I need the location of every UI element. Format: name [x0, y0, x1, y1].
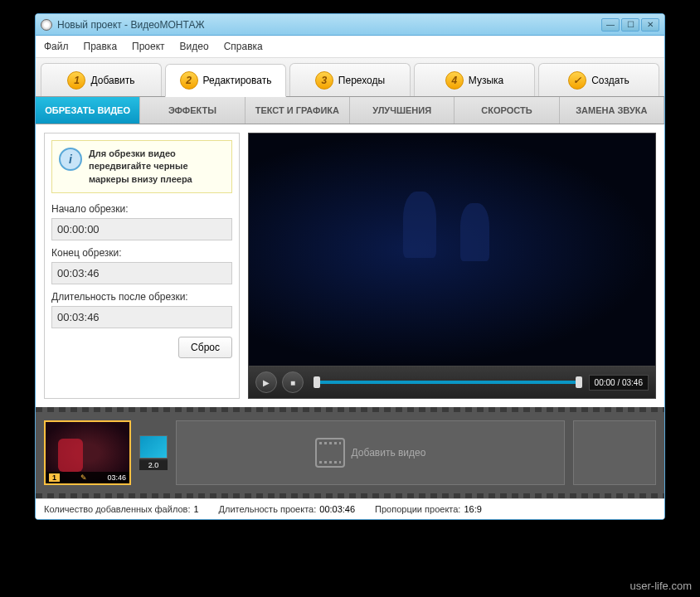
step-4-icon: 4: [445, 71, 464, 90]
info-icon: i: [59, 148, 82, 171]
wizard-tabs: 1 Добавить 2 Редактировать 3 Переходы 4 …: [36, 58, 664, 97]
status-files-value: 1: [193, 504, 198, 514]
timeline-section: 1 ✎ 03:46 2.0 Добавить видео: [36, 407, 664, 498]
statusbar: Количество добавленных файлов: 1 Длитель…: [36, 498, 664, 519]
step-2-icon: 2: [180, 71, 198, 90]
trim-start-input[interactable]: [51, 218, 232, 240]
timeline: 1 ✎ 03:46 2.0 Добавить видео: [36, 412, 664, 493]
wizard-tab-label: Создать: [591, 75, 630, 86]
wizard-tab-edit[interactable]: 2 Редактировать: [165, 64, 286, 97]
stop-button[interactable]: ■: [282, 371, 304, 393]
trim-panel: i Для обрезки видео передвигайте черные …: [44, 133, 240, 399]
transition-slot[interactable]: 2.0: [139, 435, 168, 470]
wizard-tab-music[interactable]: 4 Музыка: [414, 63, 535, 96]
trim-end-input[interactable]: [51, 262, 232, 284]
maximize-button[interactable]: ☐: [621, 18, 639, 32]
check-icon: ✓: [568, 71, 586, 90]
empty-slot[interactable]: [573, 420, 656, 485]
minimize-button[interactable]: —: [601, 18, 620, 32]
seek-start-handle[interactable]: [314, 376, 320, 388]
titlebar: Новый проект - ВидеоМОНТАЖ — ☐ ✕: [36, 14, 664, 36]
step-1-icon: 1: [67, 71, 85, 90]
watermark: user-life.com: [630, 580, 692, 592]
trim-duration-input[interactable]: [51, 306, 232, 328]
app-icon: [41, 19, 52, 31]
step-3-icon: 3: [315, 71, 333, 90]
status-duration-value: 00:03:46: [319, 504, 355, 514]
editor-sub-tabs: ОБРЕЗАТЬ ВИДЕО ЭФФЕКТЫ ТЕКСТ И ГРАФИКА У…: [36, 97, 664, 124]
wizard-tab-add[interactable]: 1 Добавить: [41, 63, 162, 96]
hint-text: Для обрезки видео передвигайте черные ма…: [89, 148, 225, 186]
video-preview-panel: ▶ ■ 00:00 / 03:46: [248, 133, 656, 399]
hint-box: i Для обрезки видео передвигайте черные …: [51, 140, 232, 193]
trim-start-label: Начало обрезки:: [51, 203, 232, 215]
close-button[interactable]: ✕: [641, 18, 659, 32]
tab-effects[interactable]: ЭФФЕКТЫ: [140, 97, 245, 124]
tab-audio-replace[interactable]: ЗАМЕНА ЗВУКА: [560, 97, 664, 124]
wizard-tab-label: Редактировать: [203, 75, 272, 86]
pencil-icon[interactable]: ✎: [80, 473, 87, 482]
status-ratio-label: Пропорции проекта:: [375, 504, 460, 514]
clip-duration: 03:46: [107, 473, 126, 482]
play-button[interactable]: ▶: [255, 371, 277, 393]
menubar: Файл Правка Проект Видео Справка: [36, 36, 664, 58]
seek-bar[interactable]: [314, 381, 579, 384]
film-icon: [315, 438, 345, 468]
reset-button[interactable]: Сброс: [178, 337, 232, 358]
application-window: Новый проект - ВидеоМОНТАЖ — ☐ ✕ Файл Пр…: [35, 13, 665, 520]
transition-duration: 2.0: [139, 460, 168, 470]
add-video-label: Добавить видео: [352, 447, 426, 459]
trim-duration-label: Длительность после обрезки:: [51, 291, 232, 303]
trim-end-label: Конец обрезки:: [51, 247, 232, 259]
window-title: Новый проект - ВидеоМОНТАЖ: [57, 19, 601, 31]
time-display: 00:00 / 03:46: [589, 375, 649, 391]
menu-file[interactable]: Файл: [42, 39, 70, 54]
wizard-tab-label: Добавить: [90, 75, 134, 86]
tab-speed[interactable]: СКОРОСТЬ: [455, 97, 559, 124]
clip-index: 1: [49, 473, 60, 482]
menu-video[interactable]: Видео: [178, 39, 211, 54]
tab-improve[interactable]: УЛУЧШЕНИЯ: [350, 97, 455, 124]
menu-edit[interactable]: Правка: [82, 39, 119, 54]
wizard-tab-label: Переходы: [338, 75, 385, 86]
tab-text[interactable]: ТЕКСТ И ГРАФИКА: [245, 97, 350, 124]
wizard-tab-create[interactable]: ✓ Создать: [538, 63, 659, 96]
add-video-slot[interactable]: Добавить видео: [176, 420, 565, 485]
menu-project[interactable]: Проект: [130, 39, 167, 54]
menu-help[interactable]: Справка: [222, 39, 265, 54]
transition-thumb: [139, 435, 168, 459]
seek-end-handle[interactable]: [576, 376, 582, 388]
status-ratio-value: 16:9: [464, 504, 481, 514]
video-preview: [249, 133, 655, 366]
timeline-clip-1[interactable]: 1 ✎ 03:46: [44, 420, 131, 485]
wizard-tab-transitions[interactable]: 3 Переходы: [289, 63, 411, 96]
tab-trim[interactable]: ОБРЕЗАТЬ ВИДЕО: [36, 97, 140, 124]
player-controls: ▶ ■ 00:00 / 03:46: [249, 366, 655, 398]
wizard-tab-label: Музыка: [469, 75, 503, 86]
status-duration-label: Длительность проекта:: [219, 504, 317, 514]
status-files-label: Количество добавленных файлов:: [44, 504, 190, 514]
